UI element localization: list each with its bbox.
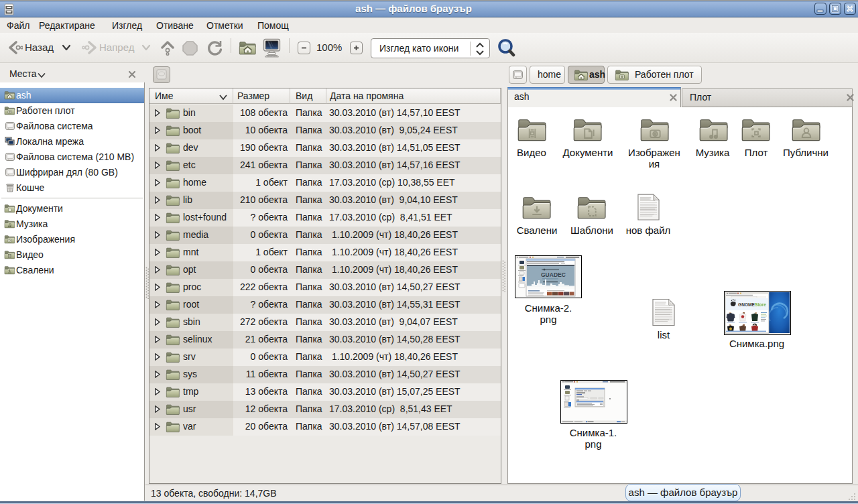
svg-text:GNOME: GNOME: [738, 302, 755, 307]
svg-text:GUADEC: GUADEC: [541, 271, 566, 278]
svg-text:Store: Store: [755, 302, 766, 307]
